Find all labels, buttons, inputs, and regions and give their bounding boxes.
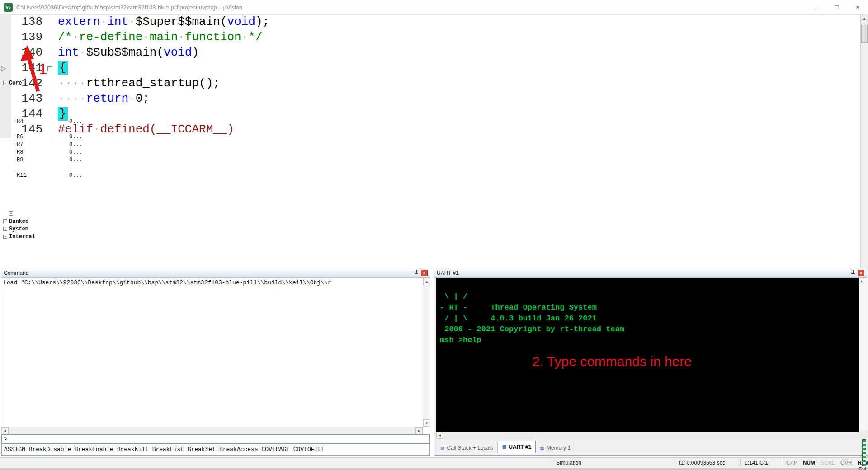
editor-panel: startup_stm32f103xb.scomponents.c ▼ × 13…: [0, 0, 756, 144]
fold-margin[interactable]: [46, 107, 54, 122]
scroll-up-icon[interactable]: ▲: [423, 278, 430, 285]
register-value: 0...: [69, 141, 82, 148]
register-name: R7: [17, 141, 23, 148]
register-name: R8: [17, 149, 23, 155]
register-value: 0...: [69, 103, 82, 109]
code-line: 138extern·int·$Super$$main(void);: [0, 15, 860, 30]
command-panel-title: Command: [4, 270, 28, 276]
uvision-logo-icon: V5: [4, 3, 13, 12]
fold-margin[interactable]: [46, 30, 54, 46]
code-line: 142····rtthread_startup();: [0, 76, 860, 92]
uart-vscrollbar: ▲: [859, 278, 865, 432]
editor-margin[interactable]: [0, 15, 11, 30]
uart-line: / | \ 4.0.3 build Jan 26 2021: [440, 313, 859, 324]
scroll-up-icon[interactable]: ▲: [861, 15, 868, 22]
code-line: 139/*·re-define·main·function·*/: [0, 30, 860, 46]
register-value: 0...: [69, 203, 82, 209]
register-name: Banked: [9, 218, 28, 225]
line-number: 138: [11, 15, 46, 30]
fold-margin[interactable]: [46, 15, 54, 30]
register-name: R1: [17, 95, 23, 102]
register-name: R14 (LR): [17, 195, 43, 202]
register-name: R10: [17, 164, 27, 171]
pin-icon[interactable]: [850, 270, 855, 276]
uart-line: msh >help: [440, 335, 859, 346]
line-number: 144: [11, 107, 46, 122]
close-icon[interactable]: x: [858, 270, 864, 276]
uart-panel-header: UART #1 x: [434, 268, 867, 278]
code-text: int·$Sub$$main(void): [54, 46, 199, 61]
editor-margin[interactable]: [0, 46, 11, 61]
tab-label: UART #1: [509, 444, 531, 450]
current-statement-icon: ▷: [1, 63, 6, 74]
status-line-col: L:141 C:1: [745, 460, 768, 466]
tree-expander-icon[interactable]: +: [3, 219, 7, 223]
fold-margin[interactable]: [46, 92, 54, 107]
command-hscrollbar: ◄ ►: [1, 427, 423, 434]
window-title: C:\Users\92036\Desktop\github\bsp\stm32\…: [16, 4, 242, 11]
register-name: xPSR: [17, 211, 30, 217]
command-input[interactable]: >: [1, 434, 430, 444]
code-text: {: [54, 61, 68, 76]
scroll-left-icon[interactable]: ◄: [1, 427, 9, 434]
scroll-down-icon[interactable]: ▼: [423, 419, 430, 427]
close-icon[interactable]: x: [421, 270, 428, 276]
status-flag-ovr: OVR: [840, 460, 852, 466]
code-line: 144}: [0, 107, 860, 122]
pin-icon[interactable]: [414, 270, 419, 276]
call-stack-locals-icon: ▨: [440, 446, 444, 451]
register-name: R15 (PC): [17, 203, 43, 209]
uart-terminal[interactable]: \ | /- RT - Thread Operating System / | …: [436, 278, 859, 432]
command-output[interactable]: Load "C:\\Users\\92036\\Desktop\\github\…: [1, 278, 423, 427]
code-text: /*·re-define·main·function·*/: [54, 30, 263, 46]
tree-expander-icon[interactable]: -: [3, 81, 7, 85]
editor-margin[interactable]: [0, 92, 11, 107]
scroll-left-icon[interactable]: ◄: [436, 432, 443, 439]
register-value: 0...: [69, 188, 82, 194]
tab-call-stack-locals[interactable]: ▨Call Stack + Locals: [436, 442, 498, 453]
uart-line: - RT - Thread Operating System: [440, 302, 859, 313]
scrollbar-thumb[interactable]: [861, 24, 868, 43]
tree-expander-icon[interactable]: +: [3, 227, 7, 231]
close-window-button[interactable]: ×: [847, 0, 868, 14]
editor-margin[interactable]: [0, 107, 11, 122]
register-name: R4: [17, 118, 23, 125]
uart-hscrollbar: ◄: [436, 432, 865, 439]
line-number: 143: [11, 92, 46, 107]
fold-margin[interactable]: [46, 46, 54, 61]
code-line: ▷141-{: [0, 61, 860, 76]
uart-line: 2006 - 2021 Copyright by rt-thread team: [440, 324, 859, 335]
maximize-button[interactable]: □: [826, 0, 847, 14]
register-value: 0...: [69, 195, 82, 202]
annotation-type-commands: 2. Type commands in here: [532, 354, 692, 369]
line-number: 145: [11, 122, 46, 138]
tab-uart-1[interactable]: ▤UART #1: [498, 441, 536, 453]
editor-margin[interactable]: [0, 30, 11, 46]
register-value: 0...: [69, 95, 82, 102]
register-name: R0: [17, 88, 23, 94]
fold-margin[interactable]: -: [46, 61, 54, 76]
tab-label: Call Stack + Locals: [447, 445, 493, 451]
scroll-up-icon[interactable]: ▲: [859, 278, 864, 284]
fold-margin[interactable]: [46, 122, 54, 138]
line-number: 140: [11, 46, 46, 61]
register-value: 0...: [69, 164, 82, 171]
scroll-right-icon[interactable]: ►: [415, 427, 423, 434]
register-value: 0...: [69, 111, 82, 117]
corner-green-strip: [862, 439, 866, 466]
status-flag-num: NUM: [803, 460, 815, 466]
editor-margin[interactable]: ▷: [0, 61, 11, 76]
register-name: R11: [17, 172, 27, 179]
tab-memory-1[interactable]: ▦Memory 1: [536, 442, 575, 453]
code-line: 143····return·0;: [0, 92, 860, 107]
tree-expander-icon[interactable]: +: [9, 212, 13, 216]
minimize-button[interactable]: –: [806, 0, 826, 14]
fold-margin[interactable]: [46, 76, 54, 92]
tree-expander-icon[interactable]: +: [3, 235, 7, 239]
editor-margin[interactable]: [0, 122, 11, 138]
register-value: 0...: [69, 88, 82, 94]
status-flag-scrl: SCRL: [821, 460, 835, 466]
fold-collapse-icon[interactable]: -: [47, 66, 52, 71]
register-value: 0...: [69, 172, 82, 179]
register-value: 0...: [69, 211, 82, 217]
